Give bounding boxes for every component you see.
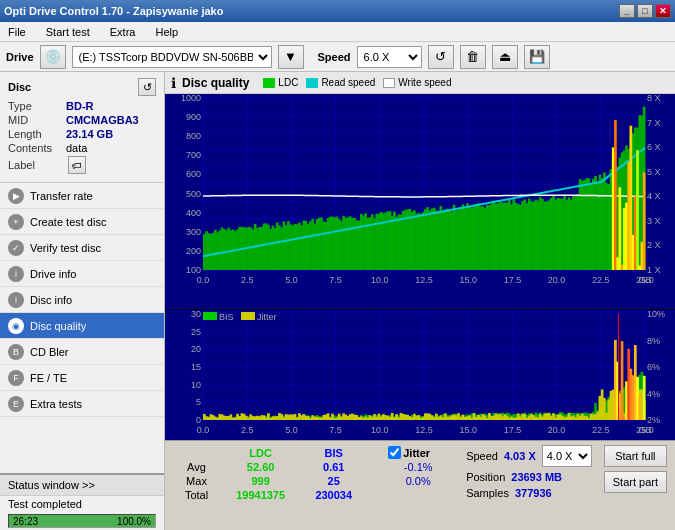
sidebar-menu: ▶ Transfer rate + Create test disc ✓ Ver…	[0, 183, 164, 473]
start-full-button[interactable]: Start full	[604, 445, 667, 467]
legend-write-speed: Write speed	[383, 77, 451, 88]
disc-panel-title: Disc	[8, 81, 31, 93]
row-avg-spacer	[366, 460, 382, 474]
stats-table: LDC BIS Jitter	[173, 445, 454, 502]
disc-info-icon: i	[8, 292, 24, 308]
speed-info-select[interactable]: 4.0 X	[542, 445, 592, 467]
transfer-rate-icon: ▶	[8, 188, 24, 204]
sidebar-item-cd-bler[interactable]: B CD Bler	[0, 339, 164, 365]
col-header-jitter: Jitter	[382, 445, 454, 460]
status-section: Status window >> Test completed 26:23 10…	[0, 473, 164, 530]
speed-select[interactable]: 6.0 X	[357, 46, 422, 68]
speed-info-val: 4.03 X	[504, 450, 536, 462]
extra-tests-label: Extra tests	[30, 398, 82, 410]
status-text: Test completed	[0, 496, 164, 512]
refresh-button[interactable]: ↺	[428, 45, 454, 69]
window-title: Opti Drive Control 1.70 - Zapisywanie ja…	[4, 5, 223, 17]
mid-key: MID	[8, 114, 66, 126]
disc-info-label: Disc info	[30, 294, 72, 306]
extra-tests-icon: E	[8, 396, 24, 412]
legend-read-speed-label: Read speed	[321, 77, 375, 88]
drive-select[interactable]: (E:) TSSTcorp BDDVDW SN-506BB SB00	[72, 46, 272, 68]
table-row: Max 999 25 0.0%	[173, 474, 454, 488]
sidebar-item-fe-te[interactable]: F FE / TE	[0, 365, 164, 391]
col-header-spacer	[366, 445, 382, 460]
start-part-button[interactable]: Start part	[604, 471, 667, 493]
row-max-label: Max	[173, 474, 220, 488]
top-chart-canvas	[165, 94, 675, 290]
samples-val: 377936	[515, 487, 552, 499]
contents-val: data	[66, 142, 87, 154]
jitter-checkbox[interactable]	[388, 446, 401, 459]
action-buttons: Start full Start part	[604, 445, 667, 493]
legend-read-speed: Read speed	[306, 77, 375, 88]
maximize-button[interactable]: □	[637, 4, 653, 18]
row-total-label: Total	[173, 488, 220, 502]
sidebar-item-create-test-disc[interactable]: + Create test disc	[0, 209, 164, 235]
row-avg-bis: 0.61	[301, 460, 366, 474]
legend-top: LDC Read speed Write speed	[263, 77, 451, 88]
speed-info: Speed 4.03 X 4.0 X	[466, 445, 592, 467]
menu-extra[interactable]: Extra	[106, 24, 140, 40]
drive-label: Drive	[6, 51, 34, 63]
sidebar-item-disc-info[interactable]: i Disc info	[0, 287, 164, 313]
disc-quality-label: Disc quality	[30, 320, 86, 332]
drive-arrow-button[interactable]: ▼	[278, 45, 304, 69]
samples-label: Samples	[466, 487, 509, 499]
transfer-rate-label: Transfer rate	[30, 190, 93, 202]
row-avg-label: Avg	[173, 460, 220, 474]
menu-start-test[interactable]: Start test	[42, 24, 94, 40]
label-icon-button[interactable]: 🏷	[68, 156, 86, 174]
sidebar-item-verify-test-disc[interactable]: ✓ Verify test disc	[0, 235, 164, 261]
title-bar: Opti Drive Control 1.70 - Zapisywanie ja…	[0, 0, 675, 22]
position-info: Position 23693 MB	[466, 471, 592, 483]
drive-icon: 💿	[40, 45, 66, 69]
create-test-disc-icon: +	[8, 214, 24, 230]
disc-refresh-button[interactable]: ↺	[138, 78, 156, 96]
save-button[interactable]: 💾	[524, 45, 550, 69]
sidebar-item-disc-quality[interactable]: ◉ Disc quality	[0, 313, 164, 339]
fe-te-label: FE / TE	[30, 372, 67, 384]
menu-help[interactable]: Help	[151, 24, 182, 40]
chart-top	[165, 94, 675, 310]
row-avg-ldc: 52.60	[220, 460, 301, 474]
eject-button[interactable]: ⏏	[492, 45, 518, 69]
disc-quality-header: ℹ Disc quality LDC Read speed Write spee…	[165, 72, 675, 94]
sidebar-item-extra-tests[interactable]: E Extra tests	[0, 391, 164, 417]
window-controls: _ □ ✕	[619, 4, 671, 18]
close-button[interactable]: ✕	[655, 4, 671, 18]
contents-key: Contents	[8, 142, 66, 154]
legend-ldc-color	[263, 78, 275, 88]
stats-right: Speed 4.03 X 4.0 X Position 23693 MB Sam…	[466, 445, 592, 499]
row-max-ldc: 999	[220, 474, 301, 488]
sidebar: Disc ↺ Type BD-R MID CMCMAGBA3 Length 23…	[0, 72, 165, 530]
status-window-label: Status window >>	[8, 479, 95, 491]
erase-button[interactable]: 🗑	[460, 45, 486, 69]
menu-bar: File Start test Extra Help	[0, 22, 675, 42]
row-total-jitter	[382, 488, 454, 502]
drive-info-label: Drive info	[30, 268, 76, 280]
verify-test-disc-label: Verify test disc	[30, 242, 101, 254]
disc-quality-icon: ◉	[8, 318, 24, 334]
status-window-button[interactable]: Status window >>	[0, 475, 164, 496]
minimize-button[interactable]: _	[619, 4, 635, 18]
sidebar-item-transfer-rate[interactable]: ▶ Transfer rate	[0, 183, 164, 209]
row-max-spacer	[366, 474, 382, 488]
fe-te-icon: F	[8, 370, 24, 386]
table-row: Total 19941375 230034	[173, 488, 454, 502]
position-val: 23693 MB	[511, 471, 562, 483]
label-key: Label	[8, 159, 66, 171]
type-key: Type	[8, 100, 66, 112]
legend-write-speed-label: Write speed	[398, 77, 451, 88]
create-test-disc-label: Create test disc	[30, 216, 106, 228]
col-header-bis: BIS	[301, 445, 366, 460]
progress-time: 26:23	[13, 515, 38, 529]
sidebar-item-drive-info[interactable]: i Drive info	[0, 261, 164, 287]
content-area: ℹ Disc quality LDC Read speed Write spee…	[165, 72, 675, 530]
legend-ldc: LDC	[263, 77, 298, 88]
position-label: Position	[466, 471, 505, 483]
type-val: BD-R	[66, 100, 94, 112]
menu-file[interactable]: File	[4, 24, 30, 40]
length-val: 23.14 GB	[66, 128, 113, 140]
drive-toolbar: Drive 💿 (E:) TSSTcorp BDDVDW SN-506BB SB…	[0, 42, 675, 72]
